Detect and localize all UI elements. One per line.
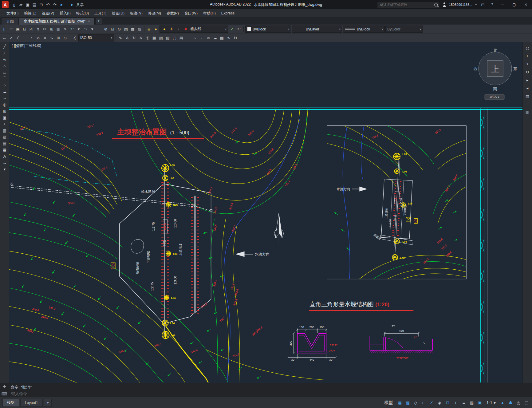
copy-icon[interactable]: ⊞ xyxy=(49,26,55,33)
polar-icon[interactable]: ∠ xyxy=(429,399,435,406)
command-input-row[interactable] xyxy=(9,391,532,396)
dim-angular-icon[interactable]: ∠ xyxy=(15,34,21,41)
lineweight-icon[interactable]: ≡ xyxy=(461,399,467,406)
hatch-icon[interactable]: ▨ xyxy=(2,127,8,133)
layer-properties-icon[interactable]: ≣ xyxy=(146,26,152,33)
annotation-vis-icon[interactable]: ▲ xyxy=(499,399,506,406)
toolpalettes-icon[interactable]: ▨ xyxy=(136,26,143,33)
measure-icon[interactable]: ⌒ xyxy=(185,34,191,41)
hatch-icon[interactable]: ▨ xyxy=(158,34,164,41)
model-tab[interactable]: 模型 xyxy=(2,399,19,407)
multiline-icon[interactable]: ≋ xyxy=(205,34,211,41)
maximize-button[interactable]: ▢ xyxy=(510,1,518,8)
revision-cloud-icon[interactable]: ☁ xyxy=(212,34,218,41)
dim-aligned-icon[interactable]: ↗ xyxy=(8,34,14,41)
linetype-dropdown[interactable]: ByLayer ▾ xyxy=(292,26,342,33)
layer-thaw-icon[interactable]: ☀ xyxy=(168,26,175,33)
grid-icon[interactable]: ▦ xyxy=(397,399,403,406)
osnap-icon[interactable]: ⊡ xyxy=(445,399,451,406)
dim-radius-icon[interactable]: ◔ xyxy=(28,34,34,41)
menu-item-5[interactable]: 工具(T) xyxy=(92,9,109,17)
make-block-icon[interactable]: ▣ xyxy=(2,114,8,121)
account-caret-icon[interactable]: ▾ xyxy=(475,3,477,6)
measure-nav-icon[interactable]: ⌒ xyxy=(524,101,530,107)
menu-item-3[interactable]: 插入(I) xyxy=(57,9,73,17)
menu-item-8[interactable]: 修改(M) xyxy=(145,9,164,17)
open-icon[interactable]: ▱ xyxy=(18,1,24,8)
circle-icon[interactable]: ○ xyxy=(2,82,8,88)
viewcube-south[interactable]: 南 xyxy=(493,86,497,91)
keyboard-icon[interactable]: ⌨ xyxy=(2,392,7,396)
search-box[interactable] xyxy=(377,1,440,8)
dim-diameter-icon[interactable]: ⊘ xyxy=(35,34,41,41)
plotstyle-dropdown[interactable]: ByColor ▾ xyxy=(385,26,423,33)
matchprop-icon[interactable]: ✎ xyxy=(62,26,68,33)
zoom-previous-icon[interactable]: ⊖ xyxy=(116,26,122,33)
qdim-icon[interactable]: ≡ xyxy=(42,34,48,41)
navigation-wheel-icon[interactable]: ◎ xyxy=(524,45,530,51)
ellipse-icon[interactable]: ◎ xyxy=(2,101,8,108)
layout1-tab[interactable]: Layout1 xyxy=(20,399,43,407)
publish-icon[interactable]: ⇧ xyxy=(35,26,41,33)
transparency-icon[interactable]: ▧ xyxy=(469,399,475,406)
search-icon[interactable] xyxy=(434,3,438,6)
dim-text-edit-icon[interactable]: A xyxy=(124,34,130,41)
mtext-icon[interactable]: ¶ xyxy=(144,34,151,41)
orbit-icon[interactable]: ↻ xyxy=(524,69,530,75)
undo-icon[interactable]: ↶ xyxy=(69,26,75,33)
layer-color-icon[interactable]: ■ xyxy=(183,26,189,33)
new-layout-button[interactable]: + xyxy=(44,399,52,407)
cut-icon[interactable]: ✂ xyxy=(42,26,48,33)
arc-icon[interactable]: ⌒ xyxy=(2,76,8,82)
point-icon[interactable]: • xyxy=(2,121,8,127)
region-icon[interactable]: ▤ xyxy=(178,34,184,41)
polyline-icon[interactable]: ∿ xyxy=(2,56,8,62)
ortho-icon[interactable]: ∟ xyxy=(421,399,427,406)
layer-walk-icon[interactable]: ▤ xyxy=(524,93,530,99)
pan-icon[interactable]: + xyxy=(524,53,530,59)
spline-icon[interactable]: ~ xyxy=(2,95,8,101)
layer-lock-icon[interactable]: ◦ xyxy=(175,26,182,33)
zoom-window-icon[interactable]: ⊡ xyxy=(109,26,116,33)
menu-item-9[interactable]: 参数(P) xyxy=(164,9,182,17)
text-icon[interactable]: A xyxy=(138,34,144,41)
zoom-realtime-icon[interactable]: ⊕ xyxy=(103,26,109,33)
insert-block-icon[interactable]: ⊞ xyxy=(2,108,8,114)
showmotion-icon[interactable]: ▸ xyxy=(524,77,530,83)
viewcube-north[interactable]: 北 xyxy=(493,48,497,53)
account-label[interactable]: 15059991135... xyxy=(449,3,472,6)
region-icon[interactable]: ▤ xyxy=(2,140,8,146)
menu-item-4[interactable]: 格式(O) xyxy=(73,9,92,17)
saveas-icon[interactable]: ▤ xyxy=(31,1,37,8)
gradient-icon[interactable]: ▧ xyxy=(2,134,8,140)
properties-icon[interactable]: ▤ xyxy=(123,26,129,33)
tab-close-icon[interactable]: × xyxy=(88,19,90,23)
lineweight-dropdown[interactable]: ByBlock ▾ xyxy=(343,26,385,33)
line-icon[interactable]: ╱ xyxy=(2,43,8,50)
viewcube-west[interactable]: 西 xyxy=(474,66,478,71)
save-icon[interactable]: ▣ xyxy=(25,1,31,8)
command-input[interactable] xyxy=(10,391,532,396)
3dpoly-icon[interactable]: ∿ xyxy=(226,34,232,41)
annotation-monitor-icon[interactable]: ◎ xyxy=(515,399,522,406)
divide-icon[interactable]: ∴ xyxy=(192,34,198,41)
share-icon[interactable]: ➤ xyxy=(58,1,65,8)
viewcube-east[interactable]: 东 xyxy=(513,66,517,71)
autocad-logo-icon[interactable]: A xyxy=(2,1,9,8)
otrack-icon[interactable]: + xyxy=(453,399,459,406)
cart-icon[interactable]: ⊟ xyxy=(480,1,486,8)
make-current-icon[interactable]: ✓ xyxy=(229,26,235,33)
helix-icon[interactable]: ↻ xyxy=(232,34,238,41)
mtext-icon[interactable]: A xyxy=(2,153,8,159)
new-icon[interactable]: ▯ xyxy=(11,1,17,8)
share-button[interactable]: ➤ 共享 xyxy=(69,1,84,8)
preview-icon[interactable]: ◰ xyxy=(28,26,34,33)
dim-edit-icon[interactable]: ✎ xyxy=(117,34,124,41)
workspace-switch-icon[interactable]: ✱ xyxy=(507,399,514,406)
menu-item-12[interactable]: Express xyxy=(219,9,237,17)
layer-off-icon[interactable]: ● xyxy=(153,26,159,33)
color-dropdown[interactable]: ByBlock ▾ xyxy=(245,26,291,33)
tolerance-icon[interactable]: ⊞ xyxy=(55,34,61,41)
dimstyle-dropdown[interactable]: ISO-50 ▾ xyxy=(78,34,114,42)
menu-item-6[interactable]: 绘图(D) xyxy=(109,9,127,17)
